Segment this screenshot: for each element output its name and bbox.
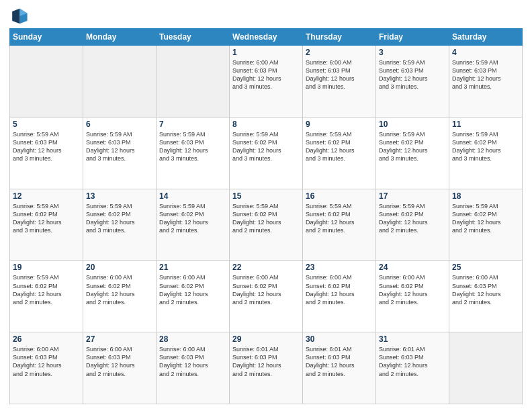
calendar-week-3: 12Sunrise: 5:59 AM Sunset: 6:02 PM Dayli… <box>10 189 523 261</box>
day-number: 3 <box>379 48 446 57</box>
calendar-cell: 19Sunrise: 5:59 AM Sunset: 6:02 PM Dayli… <box>10 261 83 332</box>
day-number: 31 <box>379 334 446 344</box>
calendar-cell: 1Sunrise: 6:00 AM Sunset: 6:03 PM Daylig… <box>230 46 303 118</box>
day-number: 23 <box>306 263 373 272</box>
calendar-week-5: 26Sunrise: 6:00 AM Sunset: 6:03 PM Dayli… <box>10 332 523 404</box>
calendar-cell: 5Sunrise: 5:59 AM Sunset: 6:03 PM Daylig… <box>10 117 83 189</box>
day-header-tuesday: Tuesday <box>157 29 230 46</box>
day-header-thursday: Thursday <box>303 29 376 46</box>
day-number: 4 <box>452 48 519 57</box>
calendar-week-1: 1Sunrise: 6:00 AM Sunset: 6:03 PM Daylig… <box>10 46 523 118</box>
day-number: 21 <box>159 263 226 272</box>
day-info: Sunrise: 5:59 AM Sunset: 6:03 PM Dayligh… <box>159 130 226 163</box>
day-number: 14 <box>159 191 226 201</box>
day-header-friday: Friday <box>376 29 449 46</box>
day-number: 30 <box>306 334 373 344</box>
day-info: Sunrise: 6:00 AM Sunset: 6:02 PM Dayligh… <box>86 273 153 306</box>
calendar-cell: 26Sunrise: 6:00 AM Sunset: 6:03 PM Dayli… <box>10 332 83 404</box>
calendar-cell: 28Sunrise: 6:00 AM Sunset: 6:03 PM Dayli… <box>157 332 230 404</box>
calendar-cell: 15Sunrise: 5:59 AM Sunset: 6:02 PM Dayli… <box>230 189 303 261</box>
day-info: Sunrise: 6:01 AM Sunset: 6:03 PM Dayligh… <box>379 345 446 378</box>
day-info: Sunrise: 5:59 AM Sunset: 6:02 PM Dayligh… <box>379 202 446 235</box>
header <box>9 7 523 26</box>
calendar-cell: 31Sunrise: 6:01 AM Sunset: 6:03 PM Dayli… <box>376 332 449 404</box>
day-info: Sunrise: 6:00 AM Sunset: 6:03 PM Dayligh… <box>232 58 300 91</box>
logo <box>9 7 30 26</box>
calendar-cell: 16Sunrise: 5:59 AM Sunset: 6:02 PM Dayli… <box>303 189 376 261</box>
day-number: 18 <box>452 191 519 201</box>
day-info: Sunrise: 6:01 AM Sunset: 6:03 PM Dayligh… <box>232 345 300 378</box>
calendar-cell: 13Sunrise: 5:59 AM Sunset: 6:02 PM Dayli… <box>83 189 157 261</box>
calendar-cell: 8Sunrise: 5:59 AM Sunset: 6:02 PM Daylig… <box>230 117 303 189</box>
calendar-header-row: SundayMondayTuesdayWednesdayThursdayFrid… <box>10 29 523 46</box>
day-number: 19 <box>13 263 80 272</box>
day-info: Sunrise: 5:59 AM Sunset: 6:02 PM Dayligh… <box>232 202 300 235</box>
calendar-cell <box>157 46 230 118</box>
day-number: 5 <box>13 120 80 129</box>
day-header-saturday: Saturday <box>449 29 523 46</box>
day-number: 27 <box>86 334 153 344</box>
day-info: Sunrise: 5:59 AM Sunset: 6:03 PM Dayligh… <box>452 58 519 91</box>
day-info: Sunrise: 6:00 AM Sunset: 6:02 PM Dayligh… <box>232 273 300 306</box>
calendar-cell: 2Sunrise: 6:00 AM Sunset: 6:03 PM Daylig… <box>303 46 376 118</box>
day-number: 17 <box>379 191 446 201</box>
calendar-cell <box>83 46 157 118</box>
day-header-wednesday: Wednesday <box>230 29 303 46</box>
day-info: Sunrise: 5:59 AM Sunset: 6:02 PM Dayligh… <box>232 130 300 163</box>
calendar-cell: 22Sunrise: 6:00 AM Sunset: 6:02 PM Dayli… <box>230 261 303 332</box>
calendar-cell: 12Sunrise: 5:59 AM Sunset: 6:02 PM Dayli… <box>10 189 83 261</box>
calendar: SundayMondayTuesdayWednesdayThursdayFrid… <box>9 28 523 404</box>
day-info: Sunrise: 5:59 AM Sunset: 6:02 PM Dayligh… <box>379 130 446 163</box>
calendar-cell: 27Sunrise: 6:00 AM Sunset: 6:03 PM Dayli… <box>83 332 157 404</box>
day-info: Sunrise: 5:59 AM Sunset: 6:02 PM Dayligh… <box>13 273 80 306</box>
calendar-cell: 3Sunrise: 5:59 AM Sunset: 6:03 PM Daylig… <box>376 46 449 118</box>
calendar-cell: 21Sunrise: 6:00 AM Sunset: 6:02 PM Dayli… <box>157 261 230 332</box>
day-number: 8 <box>232 120 300 129</box>
day-info: Sunrise: 5:59 AM Sunset: 6:03 PM Dayligh… <box>13 130 80 163</box>
day-number: 29 <box>232 334 300 344</box>
day-info: Sunrise: 5:59 AM Sunset: 6:02 PM Dayligh… <box>86 202 153 235</box>
calendar-cell: 18Sunrise: 5:59 AM Sunset: 6:02 PM Dayli… <box>449 189 523 261</box>
day-info: Sunrise: 6:00 AM Sunset: 6:02 PM Dayligh… <box>379 273 446 306</box>
calendar-cell: 20Sunrise: 6:00 AM Sunset: 6:02 PM Dayli… <box>83 261 157 332</box>
calendar-cell: 14Sunrise: 5:59 AM Sunset: 6:02 PM Dayli… <box>157 189 230 261</box>
day-info: Sunrise: 5:59 AM Sunset: 6:02 PM Dayligh… <box>306 130 373 163</box>
day-header-sunday: Sunday <box>10 29 83 46</box>
calendar-cell <box>449 332 523 404</box>
day-info: Sunrise: 5:59 AM Sunset: 6:02 PM Dayligh… <box>13 202 80 235</box>
day-info: Sunrise: 6:00 AM Sunset: 6:03 PM Dayligh… <box>86 345 153 378</box>
page: SundayMondayTuesdayWednesdayThursdayFrid… <box>0 0 532 411</box>
calendar-cell: 29Sunrise: 6:01 AM Sunset: 6:03 PM Dayli… <box>230 332 303 404</box>
calendar-cell: 9Sunrise: 5:59 AM Sunset: 6:02 PM Daylig… <box>303 117 376 189</box>
day-info: Sunrise: 5:59 AM Sunset: 6:02 PM Dayligh… <box>452 202 519 235</box>
logo-icon <box>9 7 28 26</box>
day-info: Sunrise: 6:01 AM Sunset: 6:03 PM Dayligh… <box>306 345 373 378</box>
day-info: Sunrise: 6:00 AM Sunset: 6:03 PM Dayligh… <box>306 58 373 91</box>
day-info: Sunrise: 6:00 AM Sunset: 6:02 PM Dayligh… <box>306 273 373 306</box>
day-number: 13 <box>86 191 153 201</box>
day-number: 1 <box>232 48 300 57</box>
calendar-cell: 17Sunrise: 5:59 AM Sunset: 6:02 PM Dayli… <box>376 189 449 261</box>
day-number: 15 <box>232 191 300 201</box>
day-number: 7 <box>159 120 226 129</box>
day-number: 2 <box>306 48 373 57</box>
calendar-cell: 4Sunrise: 5:59 AM Sunset: 6:03 PM Daylig… <box>449 46 523 118</box>
calendar-cell: 23Sunrise: 6:00 AM Sunset: 6:02 PM Dayli… <box>303 261 376 332</box>
calendar-cell: 30Sunrise: 6:01 AM Sunset: 6:03 PM Dayli… <box>303 332 376 404</box>
day-info: Sunrise: 6:00 AM Sunset: 6:03 PM Dayligh… <box>452 273 519 306</box>
day-info: Sunrise: 6:00 AM Sunset: 6:03 PM Dayligh… <box>159 345 226 378</box>
day-info: Sunrise: 5:59 AM Sunset: 6:02 PM Dayligh… <box>306 202 373 235</box>
calendar-week-2: 5Sunrise: 5:59 AM Sunset: 6:03 PM Daylig… <box>10 117 523 189</box>
day-number: 10 <box>379 120 446 129</box>
calendar-cell: 25Sunrise: 6:00 AM Sunset: 6:03 PM Dayli… <box>449 261 523 332</box>
calendar-cell: 7Sunrise: 5:59 AM Sunset: 6:03 PM Daylig… <box>157 117 230 189</box>
calendar-cell: 24Sunrise: 6:00 AM Sunset: 6:02 PM Dayli… <box>376 261 449 332</box>
day-info: Sunrise: 5:59 AM Sunset: 6:02 PM Dayligh… <box>452 130 519 163</box>
day-number: 28 <box>159 334 226 344</box>
day-header-monday: Monday <box>83 29 157 46</box>
day-number: 16 <box>306 191 373 201</box>
day-number: 24 <box>379 263 446 272</box>
calendar-cell: 6Sunrise: 5:59 AM Sunset: 6:03 PM Daylig… <box>83 117 157 189</box>
day-number: 11 <box>452 120 519 129</box>
calendar-cell: 11Sunrise: 5:59 AM Sunset: 6:02 PM Dayli… <box>449 117 523 189</box>
